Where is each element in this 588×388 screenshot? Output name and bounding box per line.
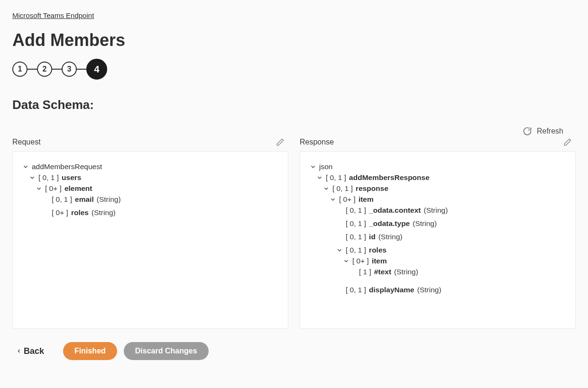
- tree-node-type: (String): [97, 195, 121, 204]
- tree-node-name: roles: [71, 208, 89, 217]
- tree-node-card: [ 0, 1 ]: [52, 195, 72, 204]
- tree-node-name: roles: [369, 246, 386, 254]
- chevron-down-icon: [323, 185, 330, 192]
- tree-node[interactable]: [ 0+ ] item: [330, 195, 566, 204]
- tree-node-name: addMembersRequest: [32, 162, 102, 171]
- refresh-label: Refresh: [537, 127, 563, 135]
- discard-changes-button[interactable]: Discard Changes: [124, 342, 209, 360]
- stepper: 1 2 3 4: [12, 59, 576, 80]
- edit-response-icon[interactable]: [563, 138, 572, 146]
- tree-node-card: [ 0, 1 ]: [346, 286, 366, 294]
- tree-node-name: item: [358, 195, 374, 204]
- step-3[interactable]: 3: [62, 62, 77, 77]
- response-heading: Response: [300, 138, 334, 146]
- response-panel: json [ 0, 1 ] addMembersResponse: [300, 151, 576, 329]
- tree-node-type: (String): [92, 208, 116, 217]
- tree-leaf[interactable]: [ 0, 1 ] email (String): [42, 195, 278, 204]
- tree-node-card: [ 0+ ]: [352, 257, 369, 265]
- tree-node-name: json: [319, 162, 332, 171]
- chevron-down-icon: [310, 163, 316, 170]
- tree-node[interactable]: [ 0, 1 ] response: [323, 184, 566, 193]
- tree-node-type: (String): [413, 219, 437, 228]
- chevron-down-icon: [343, 258, 349, 264]
- chevron-down-icon: [330, 196, 336, 203]
- step-2[interactable]: 2: [37, 62, 52, 77]
- tree-node-name: displayName: [369, 286, 414, 294]
- tree-node-card: [ 0, 1 ]: [346, 219, 366, 228]
- tree-node-card: [ 0, 1 ]: [332, 184, 353, 193]
- tree-node[interactable]: [ 0+ ] item: [343, 257, 566, 265]
- tree-node-card: [ 0+ ]: [339, 195, 356, 204]
- chevron-down-icon: [22, 163, 29, 170]
- request-heading: Request: [12, 138, 41, 146]
- back-button[interactable]: Back: [16, 346, 44, 356]
- refresh-icon: [523, 126, 532, 136]
- tree-node-type: (String): [423, 206, 448, 215]
- step-4[interactable]: 4: [86, 59, 107, 80]
- step-connector: [77, 69, 86, 70]
- tree-node-card: [ 0, 1 ]: [346, 233, 366, 241]
- tree-node[interactable]: [ 0, 1 ] addMembersResponse: [316, 173, 566, 182]
- tree-leaf[interactable]: [ 0, 1 ] _odata.type (String): [336, 219, 566, 228]
- tree-node[interactable]: addMembersRequest: [22, 162, 278, 171]
- tree-node-card: [ 1 ]: [359, 268, 371, 276]
- tree-node[interactable]: json: [310, 162, 566, 171]
- tree-node-type: (String): [378, 233, 403, 241]
- tree-node-name: addMembersResponse: [349, 173, 430, 182]
- tree-node-name: _odata.type: [369, 219, 410, 228]
- tree-node-type: (String): [394, 268, 418, 276]
- tree-node-name: email: [75, 195, 94, 204]
- section-heading: Data Schema:: [12, 98, 576, 112]
- tree-node[interactable]: [ 0, 1 ] users: [29, 173, 278, 182]
- finished-button[interactable]: Finished: [63, 342, 117, 360]
- edit-request-icon[interactable]: [276, 138, 285, 146]
- chevron-down-icon: [29, 174, 36, 181]
- tree-leaf[interactable]: [ 0, 1 ] _odata.context (String): [336, 206, 566, 215]
- tree-node[interactable]: [ 0+ ] element: [36, 184, 278, 193]
- tree-leaf[interactable]: [ 0, 1 ] displayName (String): [336, 286, 566, 294]
- tree-leaf[interactable]: [ 0, 1 ] id (String): [336, 233, 566, 241]
- refresh-button[interactable]: Refresh: [12, 126, 576, 136]
- tree-node-card: [ 0+ ]: [52, 208, 68, 217]
- back-label: Back: [24, 346, 44, 356]
- tree-leaf[interactable]: [ 1 ] #text (String): [349, 268, 566, 276]
- tree-node-name: response: [356, 184, 388, 193]
- tree-node[interactable]: [ 0, 1 ] roles: [336, 246, 566, 254]
- chevron-down-icon: [336, 247, 343, 253]
- chevron-down-icon: [316, 174, 323, 181]
- step-connector: [52, 69, 62, 70]
- tree-leaf[interactable]: [ 0+ ] roles (String): [42, 208, 278, 217]
- tree-node-name: users: [62, 173, 81, 182]
- tree-node-name: item: [372, 257, 387, 265]
- tree-node-card: [ 0+ ]: [45, 184, 62, 193]
- tree-node-card: [ 0, 1 ]: [326, 173, 346, 182]
- tree-node-card: [ 0, 1 ]: [346, 246, 366, 254]
- chevron-down-icon: [36, 185, 42, 192]
- breadcrumb[interactable]: Microsoft Teams Endpoint: [12, 11, 94, 19]
- tree-node-type: (String): [417, 286, 441, 294]
- step-connector: [28, 69, 37, 70]
- tree-node-name: id: [369, 233, 376, 241]
- request-panel: addMembersRequest [ 0, 1 ] us: [12, 151, 288, 329]
- tree-node-card: [ 0, 1 ]: [346, 206, 366, 215]
- tree-node-name: #text: [374, 268, 391, 276]
- tree-node-name: element: [64, 184, 92, 193]
- tree-node-card: [ 0, 1 ]: [38, 173, 59, 182]
- chevron-left-icon: [16, 348, 22, 354]
- step-1[interactable]: 1: [12, 62, 28, 77]
- tree-node-name: _odata.context: [369, 206, 421, 215]
- page-title: Add Members: [12, 30, 576, 50]
